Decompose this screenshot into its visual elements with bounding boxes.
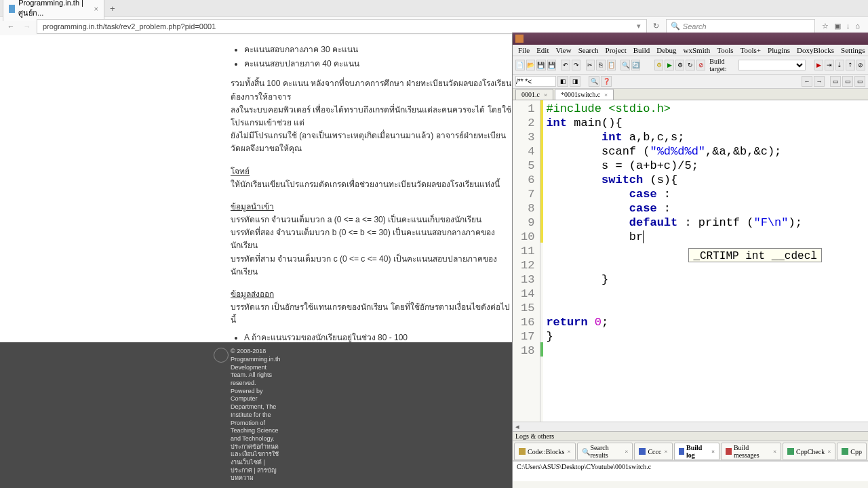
- h-scrollbar[interactable]: ◂: [513, 422, 868, 431]
- menu-view[interactable]: View: [555, 46, 571, 54]
- input-line: บรรทัดที่สาม จำนวนเต็มบวก c (0 <= c <= 4…: [231, 253, 512, 279]
- bookmark-icon[interactable]: ☆: [822, 22, 829, 30]
- code-body[interactable]: #include <stdio.h> int main(){ int a,b,c…: [543, 100, 804, 422]
- step-out-icon[interactable]: ⇡: [846, 60, 855, 70]
- toolbar-2: ◧ ◨ 🔍 ❓ ← → ▭ ▭ ▭: [513, 75, 868, 89]
- score-item: คะแนนสอบกลางภาค 30 คะแนน: [244, 43, 512, 56]
- menu-toolsplus[interactable]: Tools+: [741, 46, 762, 54]
- copy-icon[interactable]: ⎘: [596, 60, 606, 70]
- doxy-input[interactable]: [515, 76, 556, 87]
- menu-wxsmith[interactable]: wxSmith: [684, 46, 711, 54]
- close-icon[interactable]: ×: [773, 448, 776, 455]
- close-icon[interactable]: ×: [567, 448, 570, 455]
- output-heading: ข้อมูลส่งออก: [231, 288, 512, 301]
- log-tab[interactable]: CppCheck×: [783, 443, 835, 460]
- editor-tab[interactable]: 0001.c ×: [515, 89, 553, 100]
- undo-icon[interactable]: ↶: [561, 60, 570, 70]
- menu-tools[interactable]: Tools: [717, 46, 733, 54]
- back-button[interactable]: ←: [4, 20, 18, 33]
- run-icon[interactable]: ▶: [665, 60, 674, 70]
- tab-close-icon[interactable]: ×: [94, 5, 98, 13]
- bookmark-icon[interactable]: ▭: [854, 76, 865, 87]
- output-text: บรรทัดแรก เป็นอักษรใช้แทนเกรดของนักเรียน…: [231, 301, 512, 327]
- tab-close-icon[interactable]: ×: [544, 92, 547, 98]
- home-icon[interactable]: ⌂: [855, 22, 860, 30]
- build-run-icon[interactable]: ⚙: [675, 60, 685, 70]
- editor-tab-active[interactable]: *0001switch.c ×: [555, 89, 614, 100]
- close-icon[interactable]: ×: [664, 448, 667, 455]
- rebuild-icon[interactable]: ↻: [686, 60, 695, 70]
- log-icon: [519, 448, 526, 455]
- debug-stop-icon[interactable]: ⊘: [856, 60, 866, 70]
- codeblocks-window: File Edit View Search Project Build Debu…: [512, 33, 868, 488]
- replace-icon[interactable]: 🔄: [631, 60, 641, 70]
- paste-icon[interactable]: 📋: [607, 60, 616, 70]
- editor-tabs: 0001.c × *0001switch.c ×: [513, 89, 868, 100]
- webpage-content: คะแนนสอบกลางภาค 30 คะแนน คะแนนสอบปลายภาค…: [0, 35, 512, 488]
- search-bar[interactable]: 🔍 Search: [666, 19, 815, 34]
- menu-file[interactable]: File: [518, 46, 530, 54]
- close-icon[interactable]: ×: [625, 448, 628, 455]
- build-icon[interactable]: ⚙: [654, 60, 664, 70]
- score-item: คะแนนสอบปลายภาค 40 คะแนน: [244, 58, 512, 70]
- log-tab[interactable]: 🔍Search results×: [577, 443, 633, 460]
- log-path: C:\Users\ASUS\Desktop\CYoutube\0001switc…: [517, 463, 864, 470]
- cut-icon[interactable]: ✂: [586, 60, 595, 70]
- nav-fwd-icon[interactable]: →: [814, 76, 825, 87]
- new-tab-button[interactable]: +: [106, 2, 119, 15]
- doxy-icon[interactable]: ◨: [570, 76, 580, 87]
- close-icon[interactable]: ×: [711, 448, 715, 455]
- forward-button[interactable]: →: [20, 20, 34, 33]
- step-into-icon[interactable]: ⇣: [835, 60, 845, 70]
- footer-logo: [214, 348, 229, 363]
- dropdown-icon[interactable]: ▾: [637, 22, 641, 30]
- tab-close-icon[interactable]: ×: [604, 92, 608, 98]
- log-tab[interactable]: Cpp: [837, 443, 867, 460]
- new-file-icon[interactable]: 📄: [515, 60, 525, 70]
- menu-doxyblocks[interactable]: DoxyBlocks: [797, 46, 834, 54]
- redo-icon[interactable]: ↷: [572, 60, 581, 70]
- abort-icon[interactable]: ⊘: [696, 60, 706, 70]
- menu-debug[interactable]: Debug: [656, 46, 676, 54]
- log-icon: [842, 448, 848, 455]
- input-heading: ข้อมูลนำเข้า: [231, 201, 512, 214]
- menu-edit[interactable]: Edit: [536, 46, 549, 54]
- save-icon[interactable]: 💾: [536, 60, 546, 70]
- open-icon[interactable]: 📂: [526, 60, 536, 70]
- browser-tab[interactable]: Programming.in.th | ศูนย์ก... ×: [3, 0, 104, 21]
- url-bar[interactable]: programming.in.th/task/rev2_problem.php?…: [37, 19, 647, 34]
- bookmark-icon[interactable]: ▭: [842, 76, 853, 87]
- bookmark-icon[interactable]: ▭: [830, 76, 841, 87]
- log-tab[interactable]: Code::Blocks×: [514, 443, 576, 460]
- reload-button[interactable]: ↻: [650, 20, 663, 33]
- log-tab[interactable]: Cccc×: [634, 443, 672, 460]
- log-icon: [787, 448, 794, 455]
- step-icon[interactable]: ⇥: [825, 60, 834, 70]
- paragraph: รวมทั้งสิ้น 100 คะแนน หลังจากที่จบภาคการ…: [231, 77, 512, 155]
- log-icon: [726, 448, 732, 455]
- menu-project[interactable]: Project: [606, 46, 627, 54]
- code-editor[interactable]: 123456789101112131415161718 #include <st…: [513, 100, 868, 422]
- build-target-select[interactable]: [738, 60, 806, 70]
- menu-settings[interactable]: Settings: [841, 46, 865, 54]
- debug-run-icon[interactable]: ▶: [814, 60, 824, 70]
- tab-bar: Programming.in.th | ศูนย์ก... × +: [0, 0, 868, 16]
- find-icon[interactable]: 🔍: [620, 60, 630, 70]
- menu-build[interactable]: Build: [633, 46, 650, 54]
- cb-titlebar[interactable]: [513, 33, 868, 45]
- pocket-icon[interactable]: ▣: [834, 22, 841, 30]
- log-tab-active[interactable]: Build log×: [674, 443, 720, 460]
- input-line: บรรทัดที่สอง จำนวนเต็มบวก b (0 <= b <= 3…: [231, 226, 512, 252]
- menu-search[interactable]: Search: [578, 46, 599, 54]
- info-icon[interactable]: ❓: [601, 76, 612, 87]
- menu-plugins[interactable]: Plugins: [768, 46, 790, 54]
- zoom-icon[interactable]: 🔍: [589, 76, 599, 87]
- doxy-icon[interactable]: ◧: [557, 76, 568, 87]
- log-tab[interactable]: Build messages×: [721, 443, 781, 460]
- objective-heading: โจทย์: [231, 165, 512, 178]
- nav-back-icon[interactable]: ←: [802, 76, 812, 87]
- save-all-icon[interactable]: 💾: [547, 60, 557, 70]
- close-icon[interactable]: ×: [827, 448, 831, 455]
- search-icon: 🔍: [582, 448, 589, 455]
- downloads-icon[interactable]: ↓: [846, 22, 850, 30]
